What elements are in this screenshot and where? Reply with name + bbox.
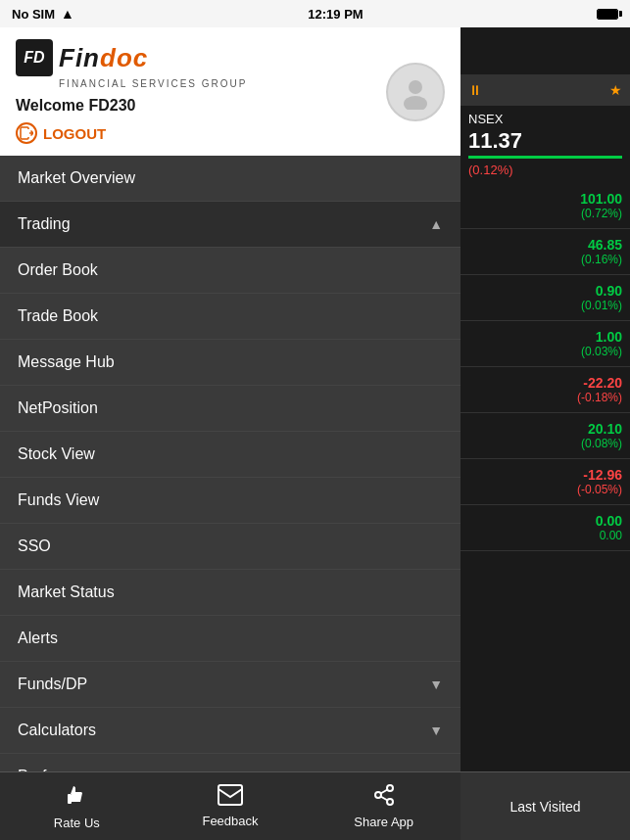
menu-item-label: Trading [18,215,71,233]
menu-item-alerts[interactable]: Alerts [0,616,460,662]
star-icon[interactable]: ★ [609,82,622,98]
market-row-value: 0.90 [468,283,622,299]
feedback-icon [218,784,243,810]
menu-item-market-overview[interactable]: Market Overview [0,156,460,202]
welcome-text: Welcome FD230 [16,97,247,115]
battery-fill [598,10,617,19]
market-row-pct: (0.03%) [468,345,622,358]
market-row-value: 1.00 [468,329,622,345]
logo-text: Findoc [59,43,148,73]
time-text: 12:19 PM [308,7,363,22]
svg-point-5 [375,792,381,798]
menu-item-preferences[interactable]: Preferences [0,754,460,771]
carrier-text: No SIM [12,7,55,22]
svg-line-8 [380,797,387,801]
side-menu: FD Findoc Financial Services Group Welco… [0,27,460,840]
battery-icon [597,9,618,20]
svg-point-6 [387,799,393,805]
market-row-value: 46.85 [468,237,622,253]
menu-item-label: Funds/DP [18,676,87,693]
market-row-value: 20.10 [468,421,622,437]
status-right [597,9,618,20]
svg-rect-2 [68,794,72,804]
arrow-up-icon: ▲ [429,216,443,232]
logout-label: LOGOUT [43,125,106,142]
market-row: 0.90(0.01%) [460,275,630,321]
tab-feedback[interactable]: Feedback [154,784,308,828]
svg-line-7 [380,790,387,794]
rate-us-icon [64,782,89,812]
menu-item-order-book[interactable]: Order Book [0,248,460,294]
bottom-tab-bar: Rate UsFeedbackShare App [0,771,460,840]
logo-icon: FD [16,39,53,76]
svg-rect-3 [218,785,242,805]
menu-item-label: NetPosition [18,399,98,417]
market-row: -12.96(-0.05%) [460,459,630,505]
status-bar: No SIM ▲ 12:19 PM [0,0,630,27]
market-index-name: NSEX [460,106,630,128]
menu-item-sso[interactable]: SSO [0,524,460,570]
menu-header: FD Findoc Financial Services Group Welco… [0,27,460,156]
market-row-value: -22.20 [468,375,622,391]
status-left: No SIM ▲ [12,6,74,22]
arrow-down-icon: ▼ [429,677,443,692]
menu-item-label: Calculators [18,722,96,739]
tab-share-app[interactable]: Share App [307,783,460,829]
last-visited-label[interactable]: Last Visited [460,771,630,840]
menu-item-label: Stock View [18,445,95,463]
menu-item-trading[interactable]: Trading▲ [0,202,460,248]
market-row-pct: (-0.18%) [468,391,622,404]
market-row: 0.000.00 [460,505,630,551]
market-row-value: 0.00 [468,513,622,529]
market-row-value: -12.96 [468,467,622,483]
logo-area: FD Findoc Financial Services Group Welco… [16,39,247,144]
menu-item-calculators[interactable]: Calculators▼ [0,708,460,754]
logout-icon [16,122,37,144]
svg-point-1 [404,96,427,110]
market-row: -22.20(-0.18%) [460,367,630,413]
market-rows: 101.00(0.72%)46.85(0.16%)0.90(0.01%)1.00… [460,183,630,771]
market-row-pct: (0.16%) [468,253,622,266]
market-green-bar [468,156,622,159]
menu-item-label: Market Overview [18,169,135,187]
menu-item-funds-view[interactable]: Funds View [0,478,460,524]
svg-point-0 [409,80,422,94]
market-row-pct: (0.08%) [468,437,622,450]
menu-item-netposition[interactable]: NetPosition [0,386,460,432]
tab-rate-us[interactable]: Rate Us [0,782,154,830]
market-row: 101.00(0.72%) [460,183,630,229]
menu-item-label: Funds View [18,491,99,509]
market-row-value: 101.00 [468,191,622,207]
menu-item-trade-book[interactable]: Trade Book [0,294,460,340]
menu-item-label: Trade Book [18,307,98,325]
menu-item-label: Order Book [18,261,98,279]
market-row-pct: (-0.05%) [468,483,622,496]
tab-label: Feedback [202,814,258,828]
arrow-down-icon: ▼ [429,723,443,738]
market-row-pct: (0.72%) [468,207,622,220]
share-app-icon [372,783,396,811]
svg-point-4 [387,785,393,791]
menu-item-label: Message Hub [18,353,115,371]
market-row: 1.00(0.03%) [460,321,630,367]
menu-item-message-hub[interactable]: Message Hub [0,340,460,386]
logout-button[interactable]: LOGOUT [16,122,247,144]
tab-label: Rate Us [54,816,100,830]
menu-item-label: SSO [18,537,51,555]
menu-item-stock-view[interactable]: Stock View [0,432,460,478]
menu-item-label: Alerts [18,630,58,647]
market-index-value: 11.37 [460,128,630,156]
market-row-pct: 0.00 [468,529,622,542]
menu-item-market-status[interactable]: Market Status [0,570,460,616]
market-panel: ⏸ ★ NSEX 11.37 (0.12%) 101.00(0.72%)46.8… [460,27,630,840]
pause-icon[interactable]: ⏸ [468,82,482,98]
logo-subtitle: Financial Services Group [59,78,247,89]
market-index-change: (0.12%) [460,163,630,183]
menu-items-list: Market OverviewTrading▲Order BookTrade B… [0,156,460,771]
tab-label: Share App [354,815,413,829]
avatar [386,63,445,121]
menu-item-funds/dp[interactable]: Funds/DP▼ [0,662,460,708]
header-right [386,63,445,121]
market-row: 46.85(0.16%) [460,229,630,275]
wifi-icon: ▲ [61,6,74,22]
